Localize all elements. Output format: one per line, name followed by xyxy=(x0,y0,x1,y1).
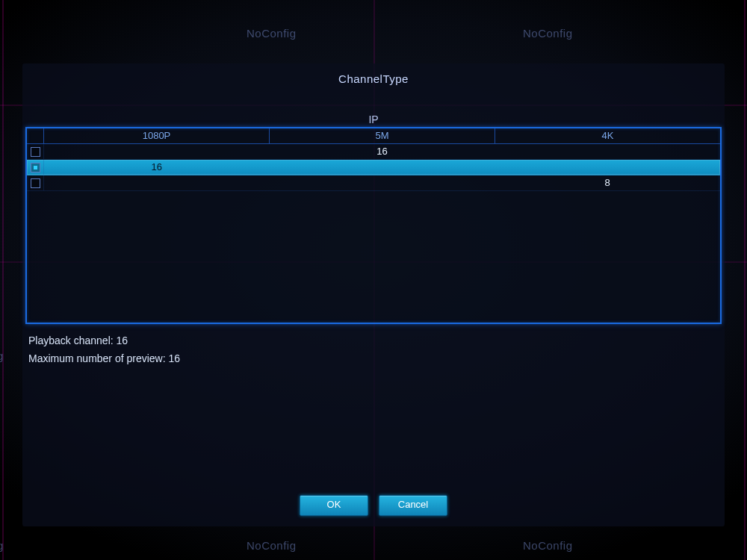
ok-button[interactable]: OK xyxy=(300,495,368,516)
table-row[interactable]: 16 xyxy=(27,160,720,175)
channel-type-dialog: ChannelType IP 1080P 5M 4K 16 16 xyxy=(22,63,725,526)
cell-1080p: 16 xyxy=(44,160,270,175)
bg-label-noconfig: NoConfig xyxy=(523,539,573,552)
bg-label-noconfig: NoConfig xyxy=(247,539,297,552)
bg-label-noconfig: NoConfig xyxy=(523,27,573,40)
playback-channel-label: Playback channel: 16 xyxy=(28,332,719,349)
table-group-label: IP xyxy=(22,113,725,125)
table-row[interactable]: 16 xyxy=(27,144,720,160)
header-checkbox-col xyxy=(27,128,44,143)
checkbox-icon[interactable] xyxy=(31,147,40,157)
col-header-1080p: 1080P xyxy=(44,128,270,143)
cancel-button[interactable]: Cancel xyxy=(379,495,447,516)
col-header-5m: 5M xyxy=(270,128,495,143)
row-checkbox-cell[interactable] xyxy=(27,175,44,190)
table-header-row: 1080P 5M 4K xyxy=(27,128,720,144)
checkbox-icon[interactable] xyxy=(31,163,40,172)
cell-5m: 16 xyxy=(270,144,495,159)
bg-label-fragment: g xyxy=(0,539,4,552)
row-checkbox-cell[interactable] xyxy=(27,144,44,159)
table-row[interactable]: 8 xyxy=(27,175,720,191)
info-block: Playback channel: 16 Maximum number of p… xyxy=(28,332,719,367)
bg-label-fragment: g xyxy=(0,349,4,362)
col-header-4k: 4K xyxy=(495,128,720,143)
channel-table: 1080P 5M 4K 16 16 xyxy=(25,127,722,324)
cell-4k: 8 xyxy=(495,175,720,190)
dialog-title: ChannelType xyxy=(22,63,725,85)
dialog-button-bar: OK Cancel xyxy=(22,495,725,516)
max-preview-label: Maximum number of preview: 16 xyxy=(28,349,719,367)
bg-label-noconfig: NoConfig xyxy=(247,27,297,40)
checkbox-icon[interactable] xyxy=(31,178,40,188)
row-checkbox-cell[interactable] xyxy=(27,160,44,175)
